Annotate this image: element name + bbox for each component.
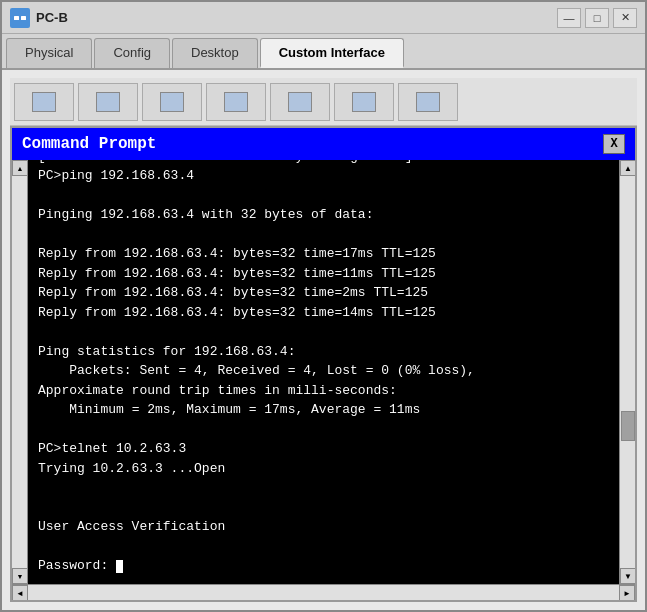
terminal-wrapper: ▲ ▼ User Access Verification Password: R… [12, 160, 635, 584]
svg-rect-2 [21, 16, 26, 20]
close-button[interactable]: ✕ [613, 8, 637, 28]
scroll-track-right[interactable] [620, 176, 635, 568]
maximize-button[interactable]: □ [585, 8, 609, 28]
svg-rect-1 [14, 16, 19, 20]
toolbar-item-7[interactable] [398, 83, 458, 121]
window-title: PC-B [36, 10, 557, 25]
scroll-left-arrow[interactable]: ◄ [12, 585, 28, 601]
tab-physical[interactable]: Physical [6, 38, 92, 68]
scroll-track-left [12, 176, 27, 568]
main-window: PC-B — □ ✕ Physical Config Desktop Custo… [0, 0, 647, 612]
terminal-cursor [116, 560, 123, 573]
window-icon [10, 8, 30, 28]
command-prompt-window: Command Prompt X ▲ ▼ User Access Verific… [10, 126, 637, 602]
scroll-h-track[interactable] [28, 585, 619, 600]
scroll-down-right[interactable]: ▼ [620, 568, 635, 584]
toolbar-item-6[interactable] [334, 83, 394, 121]
command-prompt-close[interactable]: X [603, 134, 625, 154]
tab-bar: Physical Config Desktop Custom Interface [2, 34, 645, 70]
horizontal-scrollbar: ◄ ► [12, 584, 635, 600]
right-scrollbar: ▲ ▼ [619, 160, 635, 584]
tab-desktop[interactable]: Desktop [172, 38, 258, 68]
minimize-button[interactable]: — [557, 8, 581, 28]
scroll-right-arrow[interactable]: ► [619, 585, 635, 601]
title-bar: PC-B — □ ✕ [2, 2, 645, 34]
tab-custom-interface[interactable]: Custom Interface [260, 38, 404, 68]
toolbar-item-4[interactable] [206, 83, 266, 121]
terminal-output[interactable]: User Access Verification Password: Route… [28, 160, 619, 584]
toolbar-item-5[interactable] [270, 83, 330, 121]
window-controls: — □ ✕ [557, 8, 637, 28]
main-content: Command Prompt X ▲ ▼ User Access Verific… [2, 70, 645, 610]
scroll-up-arrow[interactable]: ▲ [12, 160, 28, 176]
toolbar-item-2[interactable] [78, 83, 138, 121]
command-prompt-title: Command Prompt [22, 135, 156, 153]
scroll-down-arrow-left[interactable]: ▼ [12, 568, 28, 584]
tab-config[interactable]: Config [94, 38, 170, 68]
toolbar-item-1[interactable] [14, 83, 74, 121]
left-scrollbar: ▲ ▼ [12, 160, 28, 584]
scroll-thumb[interactable] [621, 411, 635, 441]
scroll-up-right[interactable]: ▲ [620, 160, 635, 176]
command-prompt-title-bar: Command Prompt X [12, 128, 635, 160]
toolbar-item-3[interactable] [142, 83, 202, 121]
